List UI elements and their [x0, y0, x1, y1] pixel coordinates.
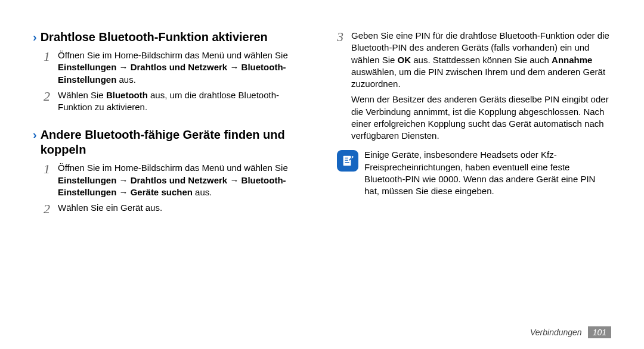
- svg-rect-0: [343, 156, 351, 166]
- step-number: 2: [44, 202, 57, 216]
- left-column: › Drahtlose Bluetooth-Funktion aktiviere…: [33, 30, 307, 220]
- note-icon: [337, 150, 358, 172]
- step-number: 1: [44, 162, 57, 198]
- section2-heading: › Andere Bluetooth-fähige Geräte finden …: [33, 127, 307, 157]
- note-text: Einige Geräte, insbesondere Headsets ode…: [364, 149, 611, 197]
- section1-step1: 1 Öffnen Sie im Home-Bildschirm das Menü…: [33, 49, 307, 86]
- section1-title: Drahtlose Bluetooth-Funktion aktivieren: [41, 30, 307, 45]
- section2-step2: 2 Wählen Sie ein Gerät aus.: [33, 202, 307, 216]
- right-column: 3 Geben Sie eine PIN für die drahtlose B…: [337, 30, 611, 220]
- step-body: Wählen Sie ein Gerät aus.: [57, 202, 307, 216]
- section2-step1: 1 Öffnen Sie im Home-Bildschirm das Menü…: [33, 162, 307, 198]
- section2-title: Andere Bluetooth-fähige Geräte finden un…: [41, 127, 307, 157]
- step-body: Öffnen Sie im Home-Bildschirm das Menü u…: [57, 162, 307, 198]
- footer-section-label: Verbindungen: [530, 328, 582, 337]
- step-number: 3: [337, 30, 350, 90]
- note-block: Einige Geräte, insbesondere Headsets ode…: [337, 149, 611, 197]
- right-step3: 3 Geben Sie eine PIN für die drahtlose B…: [337, 30, 611, 90]
- step-body: Öffnen Sie im Home-Bildschirm das Menü u…: [57, 49, 307, 86]
- page-footer: Verbindungen 101: [530, 326, 611, 338]
- section1-heading: › Drahtlose Bluetooth-Funktion aktiviere…: [33, 30, 307, 45]
- step-number: 1: [44, 49, 57, 86]
- page-content: › Drahtlose Bluetooth-Funktion aktiviere…: [0, 0, 644, 232]
- chevron-icon: ›: [33, 30, 37, 45]
- right-para2: Wenn der Besitzer des anderen Geräts die…: [337, 94, 611, 142]
- footer-page-number: 101: [588, 326, 611, 338]
- step-body: Geben Sie eine PIN für die drahtlose Blu…: [350, 30, 611, 90]
- step-body: Wählen Sie Bluetooth aus, um die drahtlo…: [57, 89, 307, 114]
- step-number: 2: [44, 89, 57, 114]
- section1-step2: 2 Wählen Sie Bluetooth aus, um die draht…: [33, 89, 307, 114]
- chevron-icon: ›: [33, 127, 37, 142]
